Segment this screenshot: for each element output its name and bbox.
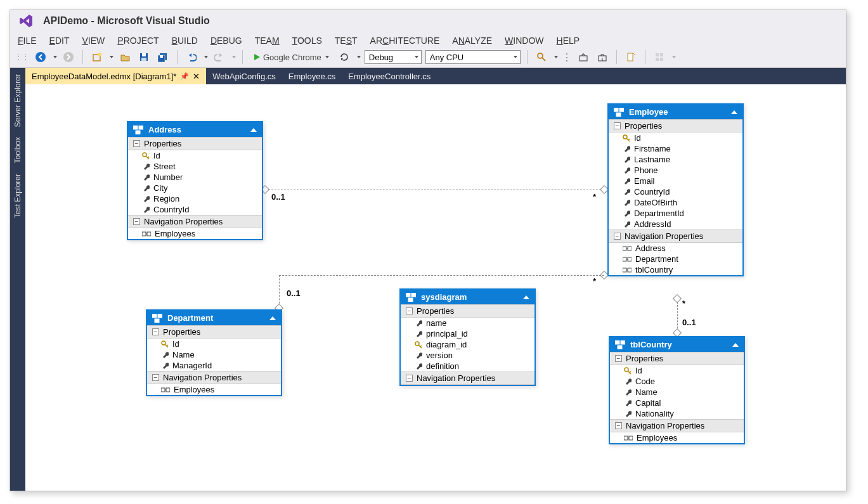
collapse-icon[interactable]	[732, 343, 739, 347]
dropdown-icon[interactable]	[232, 56, 236, 58]
open-button[interactable]	[117, 49, 133, 65]
side-tab-test-explorer[interactable]: Test Explorer	[12, 169, 23, 223]
entity-property[interactable]: Number	[128, 172, 262, 183]
menu-build[interactable]: BUILD	[172, 36, 198, 46]
collapse-icon[interactable]	[523, 295, 529, 299]
entity-property[interactable]: Id	[128, 150, 262, 161]
entity-property[interactable]: version	[401, 350, 534, 361]
new-project-button[interactable]	[89, 49, 105, 65]
entity-property[interactable]: Lastname	[609, 154, 742, 165]
entity-header[interactable]: sysdiagram	[401, 290, 534, 304]
minus-icon[interactable]: −	[614, 122, 621, 129]
minus-icon[interactable]: −	[615, 355, 622, 362]
entity-property[interactable]: Region	[128, 193, 262, 204]
navprops-header[interactable]: −Navigation Properties	[401, 372, 534, 385]
collapse-icon[interactable]	[731, 110, 737, 114]
save-all-button[interactable]	[155, 49, 171, 65]
dropdown-icon[interactable]	[554, 56, 558, 58]
entity-employee[interactable]: Employee −Properties Id Firstname Lastna…	[607, 103, 744, 276]
entity-navprop[interactable]: Address	[609, 243, 742, 254]
entity-navprop[interactable]: Employees	[610, 432, 744, 443]
menu-architecture[interactable]: ARCHITECTURE	[370, 36, 440, 46]
redo-button[interactable]	[212, 49, 227, 65]
pin-icon[interactable]: 📌	[180, 72, 189, 81]
entity-navprop[interactable]: tblCountry	[609, 264, 742, 275]
entity-tblcountry[interactable]: tblCountry −Properties Id Code Name Capi…	[609, 336, 745, 444]
side-tab-toolbox[interactable]: Toolbox	[12, 132, 23, 168]
entity-header[interactable]: Address	[128, 122, 262, 137]
menu-team[interactable]: TEAM	[255, 36, 280, 46]
properties-header[interactable]: −Properties	[128, 137, 262, 150]
menu-edit[interactable]: EDIT	[49, 36, 70, 46]
entity-header[interactable]: tblCountry	[610, 337, 744, 352]
dropdown-icon[interactable]	[357, 56, 361, 58]
close-icon[interactable]: ✕	[193, 72, 200, 81]
properties-header[interactable]: −Properties	[401, 304, 534, 318]
entity-property[interactable]: AddressId	[609, 219, 742, 229]
save-button[interactable]	[136, 49, 152, 65]
document-button[interactable]	[623, 49, 638, 65]
menu-view[interactable]: VIEW	[82, 36, 105, 46]
entity-property[interactable]: Phone	[609, 165, 742, 176]
menu-help[interactable]: HELP	[557, 36, 580, 46]
entity-property[interactable]: Email	[609, 176, 742, 186]
entity-property[interactable]: Id	[610, 365, 744, 376]
minus-icon[interactable]: −	[152, 374, 159, 381]
dropdown-icon[interactable]	[53, 56, 57, 58]
grid-button[interactable]	[652, 49, 667, 65]
entity-property[interactable]: ManagerId	[147, 360, 281, 371]
entity-property[interactable]: Code	[610, 376, 744, 387]
entity-property[interactable]: definition	[401, 361, 534, 372]
refresh-button[interactable]	[337, 49, 352, 65]
menu-project[interactable]: PROJECT	[117, 36, 159, 46]
undo-button[interactable]	[184, 49, 199, 65]
entity-property[interactable]: diagram_id	[401, 339, 534, 350]
collapse-icon[interactable]	[250, 128, 257, 132]
entity-navprop[interactable]: Department	[609, 254, 742, 264]
entity-navprop[interactable]: Employees	[147, 384, 281, 395]
entity-property[interactable]: City	[128, 183, 262, 193]
tab-webapiconfig[interactable]: WebApiConfig.cs	[206, 68, 282, 84]
nav-back-button[interactable]	[33, 49, 48, 65]
navprops-header[interactable]: −Navigation Properties	[610, 419, 744, 432]
tab-employee[interactable]: Employee.cs	[282, 68, 342, 84]
entity-header[interactable]: Department	[147, 311, 281, 325]
entity-header[interactable]: Employee	[609, 105, 742, 119]
dropdown-icon[interactable]	[204, 56, 208, 58]
tab-active[interactable]: EmployeeDataModel.edmx [Diagram1]* 📌 ✕	[25, 68, 206, 84]
minus-icon[interactable]: −	[615, 422, 622, 429]
minus-icon[interactable]: −	[133, 140, 140, 147]
entity-property[interactable]: Id	[147, 339, 281, 349]
menu-window[interactable]: WINDOW	[505, 36, 543, 46]
minus-icon[interactable]: −	[152, 328, 159, 335]
find-button[interactable]	[534, 49, 549, 65]
entity-property[interactable]: principal_id	[401, 328, 534, 339]
menu-analyze[interactable]: ANALYZE	[452, 36, 492, 46]
entity-property[interactable]: CountryId	[128, 204, 262, 215]
properties-header[interactable]: −Properties	[147, 325, 281, 339]
entity-property[interactable]: DepartmentId	[609, 208, 742, 219]
navprops-header[interactable]: −Navigation Properties	[147, 371, 281, 384]
entity-property[interactable]: DateOfBirth	[609, 197, 742, 208]
entity-property[interactable]: Name	[147, 349, 281, 360]
diagram-canvas[interactable]: 0..1 * 0..1 * * 0..1 Address	[25, 84, 846, 491]
dropdown-icon[interactable]	[110, 56, 113, 58]
menu-test[interactable]: TEST	[335, 36, 358, 46]
properties-header[interactable]: −Properties	[609, 119, 742, 132]
menu-tools[interactable]: TOOLS	[292, 36, 322, 46]
toolbox-button-1[interactable]	[576, 49, 591, 65]
nav-forward-button[interactable]	[61, 49, 76, 65]
properties-header[interactable]: −Properties	[610, 352, 744, 365]
entity-address[interactable]: Address −Properties Id Street Number Cit…	[127, 121, 263, 240]
entity-navprop[interactable]: Employees	[128, 228, 262, 239]
minus-icon[interactable]: −	[406, 375, 413, 382]
entity-property[interactable]: name	[401, 318, 534, 328]
toolbox-button-2[interactable]	[595, 49, 610, 65]
menu-file[interactable]: FILE	[18, 36, 37, 46]
tab-employeecontroller[interactable]: EmployeeController.cs	[342, 68, 437, 84]
entity-property[interactable]: Firstname	[609, 143, 742, 154]
menu-debug[interactable]: DEBUG	[211, 36, 242, 46]
platform-combo[interactable]: Any CPU	[425, 50, 521, 64]
minus-icon[interactable]: −	[614, 233, 621, 240]
config-combo[interactable]: Debug	[365, 50, 422, 64]
